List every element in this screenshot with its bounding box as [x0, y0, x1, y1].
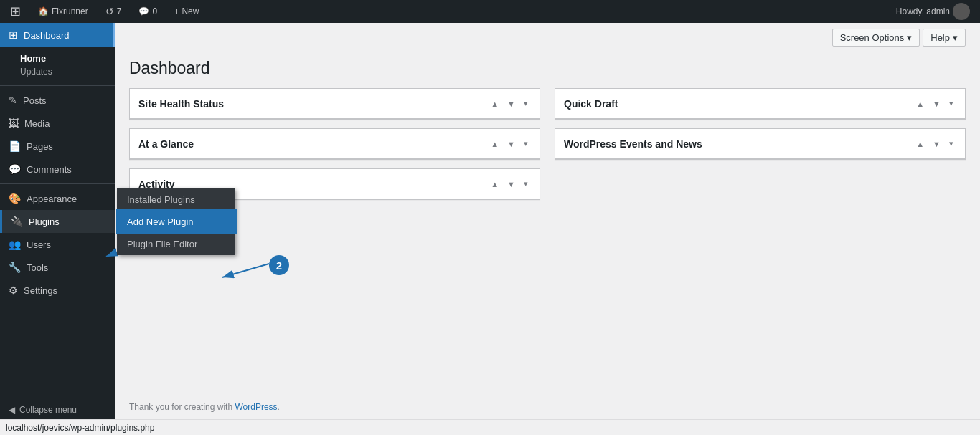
widget-site-health-controls: ▲ ▼ ▾: [488, 97, 531, 110]
widget-wp-events-toggle[interactable]: ▾: [946, 138, 956, 150]
widget-activity-controls: ▲ ▼ ▾: [488, 178, 531, 190]
settings-icon: ⚙: [9, 285, 18, 296]
comments-link[interactable]: 💬 0: [134, 0, 161, 23]
collapse-label: Collapse menu: [19, 405, 77, 415]
screen-options-chevron: ▾: [907, 32, 912, 43]
admin-menu: ⊞ Dashboard Home Updates ✎ Posts 🖼 Media…: [0, 23, 115, 435]
widget-quick-draft-toggle[interactable]: ▾: [946, 97, 956, 110]
comment-icon: 💬: [138, 6, 149, 16]
footer-credit-text: Thank you for creating with: [129, 402, 232, 412]
installed-plugins-link[interactable]: Installed Plugins: [117, 188, 235, 211]
widget-at-a-glance-down[interactable]: ▼: [504, 138, 518, 150]
widget-quick-draft: Quick Draft ▲ ▼ ▾: [555, 88, 966, 120]
plugins-label: Plugins: [29, 216, 60, 227]
new-content-link[interactable]: + New: [170, 0, 203, 23]
widget-wp-events-down[interactable]: ▼: [930, 138, 943, 150]
widget-site-health-down[interactable]: ▼: [504, 98, 518, 110]
widget-quick-draft-header: Quick Draft ▲ ▼ ▾: [555, 89, 965, 119]
sidebar-item-pages[interactable]: 📄 Pages: [0, 135, 115, 158]
tools-label: Tools: [27, 262, 48, 273]
admin-bar: ⊞ 🏠 Fixrunner ↺ 7 💬 0 + New Howdy, admin: [0, 0, 980, 23]
add-new-plugin-link[interactable]: Add New Plugin: [117, 211, 235, 233]
home-label: Home: [0, 50, 115, 65]
revisions-count: 7: [117, 6, 122, 16]
dashboard-col-left: Site Health Status ▲ ▼ ▾ At a Glance: [129, 88, 540, 200]
plugin-file-editor-link[interactable]: Plugin File Editor: [117, 233, 235, 255]
widget-site-health: Site Health Status ▲ ▼ ▾: [129, 88, 540, 120]
footer-wp-link[interactable]: WordPress: [235, 402, 277, 412]
sidebar-item-posts[interactable]: ✎ Posts: [0, 89, 115, 112]
widget-at-a-glance-controls: ▲ ▼ ▾: [488, 138, 531, 150]
screen-options-label: Screen Options: [840, 32, 905, 43]
page-wrap: Dashboard Site Health Status ▲ ▼ ▾: [115, 52, 980, 214]
sidebar-item-tools[interactable]: 🔧 Tools: [0, 256, 115, 279]
pages-label: Pages: [27, 141, 53, 152]
dashboard-columns: Site Health Status ▲ ▼ ▾ At a Glance: [129, 88, 966, 200]
help-button[interactable]: Help ▾: [923, 29, 966, 47]
posts-label: Posts: [23, 95, 47, 106]
dashboard-col-right: Quick Draft ▲ ▼ ▾ WordPress Events and N…: [555, 88, 966, 200]
status-bar: localhost/joevics/wp-admin/plugins.php: [0, 419, 980, 435]
howdy-link[interactable]: Howdy, admin: [892, 0, 974, 23]
wp-logo-link[interactable]: ⊞: [6, 0, 25, 23]
tools-icon: 🔧: [9, 262, 21, 273]
screen-options-area: Screen Options ▾ Help ▾: [115, 23, 980, 52]
footer-period: .: [278, 402, 280, 412]
main-content: Screen Options ▾ Help ▾ Dashboard Site H…: [115, 23, 980, 435]
help-label: Help: [930, 32, 950, 43]
revisions-link[interactable]: ↺ 7: [101, 0, 126, 23]
footer-credit: Thank you for creating with WordPress.: [115, 395, 294, 419]
dashboard-label: Dashboard: [24, 30, 70, 41]
sidebar-item-users[interactable]: 👥 Users: [0, 233, 115, 256]
new-label: + New: [174, 6, 199, 16]
users-label: Users: [27, 239, 51, 250]
appearance-icon: 🎨: [9, 193, 21, 204]
widget-site-health-header: Site Health Status ▲ ▼ ▾: [130, 89, 540, 119]
sidebar-item-dashboard[interactable]: ⊞ Dashboard: [0, 23, 115, 47]
posts-icon: ✎: [9, 95, 17, 106]
sidebar-item-plugins[interactable]: 🔌 Plugins Installed Plugins Add New Plug…: [0, 210, 115, 233]
widget-activity-up[interactable]: ▲: [488, 178, 501, 190]
updates-sub-link[interactable]: Updates: [0, 65, 115, 78]
collapse-icon: ◀: [9, 405, 15, 415]
comments-label: Comments: [27, 164, 72, 175]
media-label: Media: [24, 118, 50, 129]
widget-quick-draft-up[interactable]: ▲: [913, 98, 927, 110]
comments-menu-icon: 💬: [9, 163, 21, 175]
collapse-menu-button[interactable]: ◀ Collapse menu: [0, 399, 85, 421]
screen-options-button[interactable]: Screen Options ▾: [832, 29, 920, 47]
page-title: Dashboard: [129, 52, 966, 88]
widget-at-a-glance-header: At a Glance ▲ ▼ ▾: [130, 129, 540, 159]
widget-activity-down[interactable]: ▼: [504, 178, 518, 190]
dashboard-icon: ⊞: [9, 29, 18, 42]
widget-at-a-glance-title: At a Glance: [138, 138, 488, 150]
sidebar-item-settings[interactable]: ⚙ Settings: [0, 279, 115, 302]
wp-logo-icon: ⊞: [10, 4, 21, 19]
widget-site-health-toggle[interactable]: ▾: [521, 97, 531, 110]
widget-at-a-glance-toggle[interactable]: ▾: [521, 138, 531, 150]
widget-quick-draft-down[interactable]: ▼: [930, 98, 943, 110]
comments-count: 0: [152, 6, 157, 16]
widget-site-health-title: Site Health Status: [138, 98, 488, 110]
sidebar-item-media[interactable]: 🖼 Media: [0, 112, 115, 135]
settings-label: Settings: [24, 285, 57, 296]
widget-quick-draft-controls: ▲ ▼ ▾: [913, 97, 956, 110]
status-url: localhost/joevics/wp-admin/plugins.php: [6, 423, 154, 433]
site-name-link[interactable]: 🏠 Fixrunner: [34, 0, 93, 23]
sidebar-item-comments[interactable]: 💬 Comments: [0, 158, 115, 181]
widget-activity-toggle[interactable]: ▾: [521, 178, 531, 190]
widget-at-a-glance-up[interactable]: ▲: [488, 138, 501, 150]
media-icon: 🖼: [9, 118, 19, 129]
widget-wp-events: WordPress Events and News ▲ ▼ ▾: [555, 128, 966, 160]
widget-site-health-up[interactable]: ▲: [488, 98, 501, 110]
appearance-label: Appearance: [27, 193, 77, 204]
widget-quick-draft-title: Quick Draft: [564, 98, 913, 110]
widget-wp-events-title: WordPress Events and News: [564, 138, 913, 150]
howdy-text: Howdy, admin: [896, 6, 950, 16]
user-avatar: [953, 3, 970, 20]
sidebar-item-appearance[interactable]: 🎨 Appearance: [0, 187, 115, 210]
widget-wp-events-up[interactable]: ▲: [913, 138, 927, 150]
users-icon: 👥: [9, 239, 21, 250]
widget-at-a-glance: At a Glance ▲ ▼ ▾: [129, 128, 540, 160]
help-chevron: ▾: [953, 32, 958, 43]
